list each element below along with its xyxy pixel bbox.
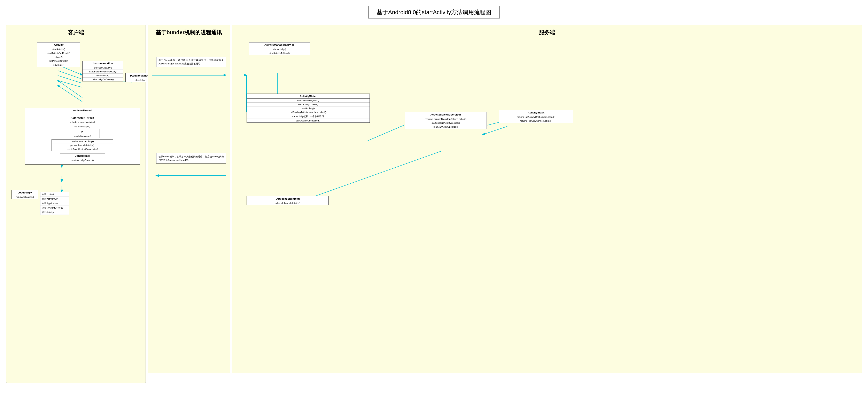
at-method-2: performLaunchActivity() [52, 143, 113, 147]
activitystack-box: ActivityStack resumeTopActivityUnchecked… [499, 110, 573, 123]
iappthread-box: IApplicationThread scheduleLaunchActivit… [247, 196, 329, 205]
step-3: 创建Application [40, 201, 69, 206]
ass-header: ActivityStackSupervisor [405, 112, 487, 117]
title-container: 基于Android8.0的startActivity方法调用流程图 [0, 6, 868, 19]
binder-section: 基于bunder机制的进程通讯 基于Binder机制，通过调用代理对象的方法，使… [148, 25, 230, 373]
binder-note-2: 基于Binder机制，实现了一次进程间的通信，将启动Activity的操作交给了… [156, 153, 226, 164]
binder-arrow-bottom [152, 176, 226, 176]
astack-item-1: resumeTopActivityUncheckedLocked() [499, 115, 573, 119]
instrumentation-box: Instrumentation execStartActivity() exec… [82, 61, 123, 81]
instr-item-4: callActivityOnCreate() [83, 77, 123, 81]
client-section: 客户端 [6, 25, 146, 383]
client-diagram: Activity startActivity() startActivityFo… [10, 40, 142, 379]
page-wrapper: 基于Android8.0的startActivity方法调用流程图 客户端 [0, 6, 868, 385]
client-title: 客户端 [10, 29, 142, 36]
binder-title: 基于bunder机制的进程通讯 [152, 29, 226, 36]
server-title: 服务端 [236, 29, 858, 36]
as-item-3: startActivity() [247, 106, 370, 110]
activity-header: Activity [37, 42, 80, 47]
activity-item-5: onCreate() [37, 63, 80, 67]
ctximpl-item-1: createActivityContext() [60, 158, 105, 162]
svg-line-5 [58, 85, 82, 102]
at-methods-box: handleLaunchActivity() performLaunchActi… [52, 139, 113, 151]
step-1: 创建context [40, 192, 69, 197]
activity-item-3: attach() [37, 55, 80, 59]
iat-header: IApplicationThread [247, 196, 329, 201]
ass-item-2: startSpecificActivityLocked() [405, 121, 487, 125]
as-item-1: startActivityMayWait() [247, 99, 370, 103]
steps-box: 创建context 创建Activity实例 创建Application 初始化… [40, 192, 69, 215]
ams-box: ActivityManagerService startActivity() s… [249, 42, 310, 55]
step-5: 启动Activity [40, 210, 69, 214]
binder-arrow-top [152, 75, 226, 75]
activity-box: Activity startActivity() startActivityFo… [37, 42, 80, 67]
at-method-3: createBaseContextForActivity() [52, 147, 113, 151]
ams-header: ActivityManagerService [249, 42, 310, 47]
activity-item-1: startActivity() [37, 47, 80, 51]
as-item-2: startActivityLocked() [247, 103, 370, 106]
instr-item-3: newActivity() [83, 74, 123, 77]
svg-line-1 [58, 71, 82, 79]
svg-line-4 [58, 80, 82, 98]
h-header: H [65, 129, 99, 134]
astack-header: ActivityStack [499, 110, 573, 115]
instr-item-1: execStartActivity() [83, 66, 123, 70]
ctximpl-header: ContextImpl [60, 154, 105, 158]
page-title: 基于Android8.0的startActivity方法调用流程图 [368, 6, 500, 19]
ams-item-2: startActivityAsUser() [249, 51, 310, 55]
appthread-item-1: scheduleLaunchActivity() [60, 120, 105, 124]
as-header: ActivityStater [247, 94, 370, 99]
activitystacksupervisor-box: ActivityStackSupervisor resumeFocusedSta… [405, 112, 487, 129]
ass-item-3: realStartActivityLocked() [405, 125, 487, 129]
server-svg [236, 40, 858, 368]
step-2: 创建Activity实例 [40, 197, 69, 201]
activitythread-label: ActivityThread [25, 108, 140, 113]
step-4: 初始化Activity中数据 [40, 206, 69, 210]
h-box: H handleMessage() [65, 129, 100, 138]
as-item-6: startActivityUnchecked() [247, 119, 370, 123]
binder-svg [152, 40, 226, 358]
applicationthread-box: ApplicationThread scheduleLaunchActivity… [60, 115, 105, 124]
send-message-label: sendMessage() [25, 124, 140, 129]
loadedapk-header: LoadedApk [12, 190, 38, 195]
as-item-5: startActivity()(和上一个参数不同) [247, 114, 370, 119]
astack-item-2: resumeTopActivityInnerLocked() [499, 119, 573, 123]
svg-line-22 [368, 122, 411, 141]
loadedapk-item-1: makeApplication() [12, 195, 38, 199]
h-item-1: handleMessage() [65, 134, 99, 138]
activity-item-4: prePerformCreate() [37, 59, 80, 63]
ams-item-1: startActivity() [249, 47, 310, 51]
client-svg [10, 40, 142, 379]
contextimpl-box: ContextImpl createActivityContext() [60, 153, 105, 162]
activity-item-2: startActivityForResult() [37, 51, 80, 55]
main-layout: 客户端 [0, 23, 868, 385]
svg-line-25 [298, 151, 442, 202]
svg-line-3 [58, 80, 82, 88]
loadedapk-box: LoadedApk makeApplication() [11, 190, 38, 199]
ass-item-1: resumeFocusedStackTopActivityLocked() [405, 117, 487, 121]
instrumentation-header: Instrumentation [83, 61, 123, 66]
instr-item-2: execStartActivitiesAsUser() [83, 70, 123, 74]
activitystater-box: ActivityStater startActivityMayWait() st… [247, 94, 370, 123]
appthread-header: ApplicationThread [60, 115, 105, 120]
server-section: 服务端 [232, 25, 862, 373]
iat-item-1: scheduleLaunchActivity() [247, 201, 329, 205]
binder-note-1: 基于Binder机制，通过调用代理对象的方法，使得系统服务ActivityMan… [156, 57, 226, 67]
svg-line-2 [58, 75, 82, 83]
as-item-4: doPendingActivityLaunchesLocked() [247, 110, 370, 114]
at-method-1: handleLaunchActivity() [52, 139, 113, 143]
